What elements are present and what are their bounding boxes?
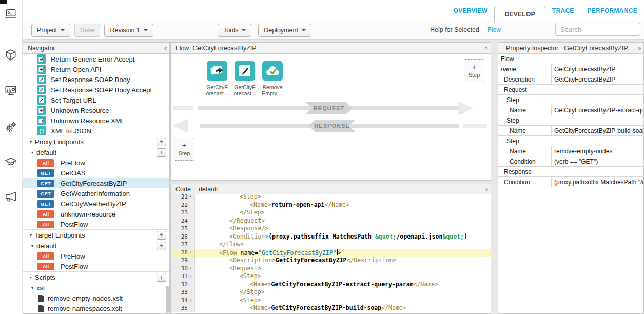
- add-proxy-endpoint-button[interactable]: +: [157, 138, 166, 146]
- code-token-tag: <Description>: [229, 257, 276, 264]
- line-number-gutter[interactable]: 27: [171, 241, 195, 249]
- save-button[interactable]: Save: [74, 24, 101, 37]
- nav-flow-GetOAS[interactable]: GETGetOAS: [23, 168, 169, 178]
- policy-item[interactable]: Return Generic Error Accept: [23, 54, 169, 64]
- line-number-gutter[interactable]: 29: [171, 257, 195, 265]
- nav-flow-PreFlow[interactable]: AllPreFlow: [23, 158, 169, 168]
- line-number-gutter[interactable]: 35: [171, 304, 195, 312]
- navigator-scrollbar[interactable]: [166, 286, 169, 313]
- add-target-endpoint-button[interactable]: +: [157, 231, 166, 240]
- scripts-xsl-group[interactable]: ▾ xsl: [23, 283, 169, 293]
- add-step-button-top[interactable]: + Step: [464, 59, 484, 82]
- navigator-title: Navigator: [28, 45, 55, 52]
- collapse-left-icon[interactable]: «: [164, 45, 167, 52]
- line-number-gutter[interactable]: 26: [171, 233, 195, 241]
- code-header: Code default «: [171, 184, 491, 195]
- code-editor[interactable]: 21▾<Step>22<Name>return-open-api</Name>2…: [171, 194, 491, 313]
- request-band: REQUEST: [305, 102, 353, 114]
- section-scripts[interactable]: ▾ Scripts +: [23, 271, 169, 283]
- nav-flow-PostFlow[interactable]: AllPostFlow: [23, 261, 169, 271]
- tools-menu-button[interactable]: Tools: [218, 24, 251, 37]
- policy-item[interactable]: Unknown Resource XML: [23, 115, 169, 126]
- nav-flow-unknown-resource[interactable]: Allunknown-resource: [23, 209, 169, 219]
- fold-caret-icon[interactable]: ▾: [188, 272, 193, 281]
- line-number-gutter[interactable]: 34▾: [171, 297, 195, 305]
- line-number-gutter[interactable]: 28▾: [171, 249, 195, 257]
- policy-label: Unknown Resource: [51, 107, 109, 114]
- collapse-right-icon[interactable]: »: [638, 45, 641, 52]
- line-number-gutter[interactable]: 33: [171, 288, 195, 297]
- deployment-menu-button[interactable]: Deployment: [258, 24, 311, 37]
- project-menu-button[interactable]: Project: [31, 24, 70, 37]
- policy-item[interactable]: Set Response SOAP Body Accept: [23, 85, 169, 95]
- policy-item[interactable]: Return Open API: [23, 64, 169, 74]
- collapse-down-icon[interactable]: «: [483, 188, 491, 191]
- revision-menu-button[interactable]: Revision 1: [104, 24, 153, 37]
- add-proxy-flow-button[interactable]: +: [157, 148, 166, 157]
- line-number-gutter[interactable]: 23: [171, 209, 195, 217]
- fold-caret-icon[interactable]: ▾: [188, 297, 193, 305]
- tab-trace[interactable]: TRACE: [545, 7, 581, 14]
- nav-flow-PreFlow[interactable]: AllPreFlow: [23, 251, 169, 261]
- fold-caret-icon[interactable]: ▾: [188, 249, 193, 257]
- policy-item[interactable]: Set Response SOAP Body: [23, 74, 169, 85]
- fold-caret-icon[interactable]: ▾: [188, 265, 193, 273]
- help-flow-link[interactable]: Flow: [487, 26, 501, 33]
- terminal-laptop-icon[interactable]: [4, 7, 17, 21]
- policy-item[interactable]: Set Target URL: [23, 95, 169, 105]
- policy-item[interactable]: Unknown Resource: [23, 105, 169, 115]
- property-value[interactable]: GetCityForecastByZIP: [552, 74, 643, 84]
- api-proxies-box-icon[interactable]: [4, 48, 17, 62]
- add-step-button-bottom[interactable]: + Step: [174, 138, 194, 161]
- line-number-gutter[interactable]: 24: [171, 217, 195, 225]
- property-value[interactable]: GetCityForecastByZIP: [552, 64, 643, 74]
- target-endpoint-default-group[interactable]: ▾ default +: [23, 241, 169, 251]
- line-number: 30: [181, 265, 188, 273]
- nav-flow-GetCityWeatherByZIP[interactable]: GETGetCityWeatherByZIP: [23, 199, 169, 209]
- learn-graduation-cap-icon[interactable]: [4, 155, 17, 168]
- line-number-gutter[interactable]: 25: [171, 225, 195, 233]
- flow-step-1[interactable]: GetCityForecast...: [207, 61, 227, 96]
- code-line-35: 35<Name>GetCityForecastByZIP-build-soap<…: [171, 304, 491, 312]
- script-file-remove-empty-nodes.xslt[interactable]: remove-empty-nodes.xslt: [23, 293, 169, 303]
- proxy-endpoint-default-group[interactable]: ▾ default +: [23, 147, 169, 158]
- add-script-button[interactable]: +: [157, 273, 166, 282]
- search-input[interactable]: [555, 23, 640, 36]
- code-token-tag: <Name>: [250, 304, 271, 311]
- tab-performance[interactable]: PERFORMANCE: [581, 7, 644, 14]
- property-value[interactable]: remove-empty-nodes: [552, 146, 643, 156]
- admin-gears-icon[interactable]: [4, 120, 17, 133]
- fold-caret-icon[interactable]: ▾: [188, 194, 193, 201]
- property-value[interactable]: GetCityForecastByZIP-extract-query-param: [552, 105, 643, 115]
- line-number-gutter[interactable]: 31▾: [171, 272, 195, 281]
- property-value[interactable]: (proxy.pathsuffix MatchesPath "/o: [552, 177, 643, 187]
- tab-develop[interactable]: DEVELOP: [494, 7, 545, 22]
- collapse-up-icon[interactable]: «: [483, 46, 491, 50]
- policy-item[interactable]: {)XML to JSON: [23, 126, 169, 136]
- flow-name: GetCityForecastByZIP: [61, 180, 127, 187]
- add-target-flow-button[interactable]: +: [157, 242, 166, 250]
- nav-flow-PostFlow[interactable]: AllPostFlow: [23, 219, 169, 229]
- flow-step-2[interactable]: GetCityForecast...: [235, 61, 255, 96]
- line-number-gutter[interactable]: 22: [171, 201, 195, 209]
- nav-flow-GetCityForecastByZIP[interactable]: GETGetCityForecastByZIP: [23, 178, 169, 188]
- property-value[interactable]: GetCityForecastByZIP-build-soap: [552, 126, 643, 135]
- line-number: 22: [181, 201, 188, 209]
- property-value[interactable]: (verb == "GET"): [552, 156, 643, 166]
- flow-step-3[interactable]: RemoveEmpty ...: [262, 61, 283, 96]
- code-text: <Condition>(proxy.pathsuffix MatchesPath…: [195, 233, 491, 241]
- section-proxy-endpoints[interactable]: ▾ Proxy Endpoints +: [23, 136, 169, 147]
- line-number-gutter[interactable]: 32: [171, 281, 195, 289]
- analytics-monitor-icon[interactable]: [4, 84, 17, 97]
- line-number-gutter[interactable]: 30▾: [171, 265, 195, 273]
- nav-flow-GetWeatherInformation[interactable]: GETGetWeatherInformation: [23, 188, 169, 199]
- code-line-28: 28▾<Flow name="GetCityForecastByZIP">: [171, 249, 491, 257]
- code-token-tag: <Response/>: [229, 225, 268, 232]
- line-number-gutter[interactable]: 21▾: [171, 194, 195, 201]
- callout-step-icon: [207, 61, 227, 81]
- feedback-megaphone-icon[interactable]: [4, 190, 17, 203]
- script-file-remove-namespaces.xslt[interactable]: remove-namespaces.xslt: [23, 303, 169, 313]
- section-target-endpoints[interactable]: ▾ Target Endpoints +: [23, 229, 169, 241]
- tab-overview[interactable]: OVERVIEW: [447, 7, 495, 14]
- triangle-down-icon: ▾: [31, 150, 33, 155]
